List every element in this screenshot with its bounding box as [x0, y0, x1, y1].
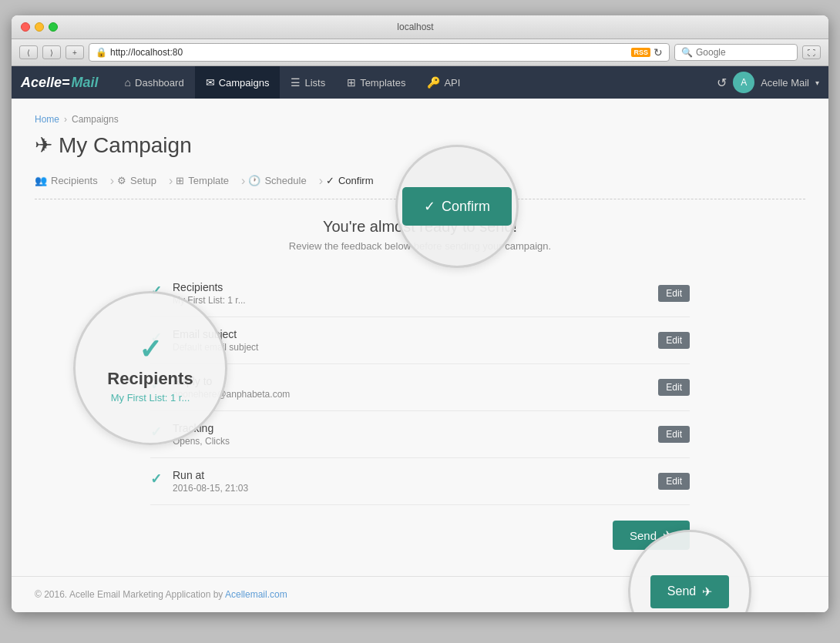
browser-titlebar: localhost — [12, 15, 828, 39]
step-setup[interactable]: ⚙ Setup — [117, 172, 166, 189]
maximize-button[interactable] — [49, 22, 58, 32]
brand-logo: Acelle=Mail — [21, 75, 99, 91]
recipients-circle-overlay: ✓ Recipients My First List: 1 r... — [73, 291, 227, 445]
close-button[interactable] — [21, 22, 30, 32]
breadcrumb-home[interactable]: Home — [35, 114, 59, 125]
step-recipients-icon: 👥 — [35, 175, 47, 186]
search-icon: 🔍 — [681, 47, 693, 58]
nav-dashboard[interactable]: ⌂ Dashboard — [114, 66, 195, 99]
nav-lists-label: Lists — [304, 77, 325, 89]
user-avatar: A — [733, 72, 754, 93]
footer-link[interactable]: Acellemail.com — [225, 589, 287, 600]
review-recipients-label: Recipients — [173, 281, 658, 293]
nav-dashboard-label: Dashboard — [135, 77, 184, 89]
minimize-button[interactable] — [35, 22, 44, 32]
rss-badge: RSS — [631, 48, 650, 57]
nav-items: ⌂ Dashboard ✉ Campaigns ☰ Lists ⊞ Templa… — [114, 66, 717, 99]
traffic-lights — [21, 22, 58, 32]
send-circle-label: Send — [667, 584, 696, 598]
user-chevron-icon: ▾ — [815, 79, 819, 87]
step-schedule[interactable]: 🕐 Schedule — [248, 172, 315, 189]
step-template-label: Template — [188, 175, 229, 186]
review-run-at-label: Run at — [173, 469, 658, 481]
nav-lists[interactable]: ☰ Lists — [280, 66, 336, 99]
step-sep-2: › — [169, 174, 173, 188]
search-bar-container: 🔍 — [674, 44, 798, 61]
nav-templates[interactable]: ⊞ Templates — [336, 66, 416, 99]
nav-api[interactable]: 🔑 API — [416, 66, 471, 99]
send-area: Send ✈ — [150, 521, 690, 550]
send-circle-button[interactable]: Send ✈ — [650, 575, 729, 608]
send-circle-icon: ✈ — [702, 584, 712, 599]
review-item-recipients: ✓ Recipients My First List: 1 r... Edit — [150, 270, 690, 317]
api-icon: 🔑 — [427, 76, 440, 89]
step-template-icon: ⊞ — [176, 175, 184, 186]
user-area[interactable]: A Acelle Mail ▾ — [733, 72, 819, 93]
add-tab-button[interactable]: + — [66, 45, 84, 59]
expand-button[interactable]: ⛶ — [802, 45, 821, 59]
recipients-circle-subtitle: My First List: 1 r... — [111, 392, 190, 404]
review-item-tracking-content: Tracking Opens, Clicks — [173, 422, 658, 447]
review-reply-to-label: Reply to — [173, 375, 658, 387]
top-nav: Acelle=Mail ⌂ Dashboard ✉ Campaigns ☰ Li… — [12, 66, 828, 99]
browser-title: localhost — [64, 22, 767, 32]
review-item-run-at: ✓ Run at 2016-08-15, 21:03 Edit — [150, 458, 690, 505]
edit-recipients-button[interactable]: Edit — [658, 285, 690, 302]
dashboard-icon: ⌂ — [125, 76, 131, 89]
step-confirm[interactable]: ✓ Confirm — [326, 172, 383, 189]
review-list: ✓ Recipients My First List: 1 r... Edit … — [150, 270, 690, 505]
edit-tracking-button[interactable]: Edit — [658, 426, 690, 443]
step-recipients-label: Recipients — [51, 175, 98, 186]
review-item-tracking: ✓ Tracking Opens, Clicks Edit — [150, 411, 690, 458]
nav-campaigns[interactable]: ✉ Campaigns — [195, 66, 281, 99]
brand-mail: Mail — [72, 75, 99, 91]
step-confirm-icon: ✓ — [326, 175, 334, 186]
review-tracking-value: Opens, Clicks — [173, 436, 658, 447]
review-item-email-subject: ✓ Email subject Default email subject Ed… — [150, 317, 690, 364]
confirm-circle-overlay: ✓ Confirm — [395, 145, 519, 268]
recipients-check-icon: ✓ — [139, 333, 162, 366]
step-sep-3: › — [241, 174, 245, 188]
browser-window: localhost ⟨ ⟩ + 🔒 RSS ↻ 🔍 ⛶ Acelle=Mail … — [12, 15, 828, 612]
review-recipients-value: My First List: 1 r... — [173, 295, 658, 306]
nav-api-label: API — [444, 77, 460, 89]
refresh-button[interactable]: ↻ — [654, 46, 663, 59]
step-setup-icon: ⚙ — [117, 175, 126, 186]
forward-button[interactable]: ⟩ — [42, 45, 61, 59]
nav-templates-label: Templates — [360, 77, 405, 89]
search-input[interactable] — [696, 47, 791, 58]
step-schedule-icon: 🕐 — [248, 175, 260, 186]
step-sep-4: › — [319, 174, 323, 188]
send-circle-overlay: Send ✈ — [628, 530, 751, 612]
url-bar[interactable] — [110, 47, 628, 58]
footer-copyright: © 2016. Acelle Email Marketing Applicati… — [35, 589, 225, 600]
confirm-circle: ✓ Confirm — [395, 145, 519, 268]
url-bar-container: 🔒 RSS ↻ — [89, 43, 670, 62]
review-reply-to-value: noonehere@anphabeta.com — [173, 389, 658, 400]
step-recipients[interactable]: 👥 Recipients — [35, 172, 107, 189]
history-button[interactable]: ↺ — [717, 75, 727, 90]
edit-reply-to-button[interactable]: Edit — [658, 379, 690, 396]
campaigns-icon: ✉ — [206, 76, 215, 89]
step-setup-label: Setup — [130, 175, 156, 186]
app-content: Acelle=Mail ⌂ Dashboard ✉ Campaigns ☰ Li… — [12, 66, 828, 612]
edit-email-subject-button[interactable]: Edit — [658, 332, 690, 349]
edit-run-at-button[interactable]: Edit — [658, 473, 690, 490]
recipients-circle: ✓ Recipients My First List: 1 r... — [73, 291, 227, 445]
breadcrumb-sep: › — [64, 114, 67, 125]
templates-icon: ⊞ — [347, 76, 356, 89]
page-title-text: My Campaign — [59, 133, 192, 158]
back-button[interactable]: ⟨ — [19, 45, 38, 59]
step-confirm-label: Confirm — [338, 175, 374, 186]
review-item-reply-to-content: Reply to noonehere@anphabeta.com — [173, 375, 658, 400]
review-item-email-subject-content: Email subject Default email subject — [173, 328, 658, 353]
step-template[interactable]: ⊞ Template — [176, 172, 238, 189]
confirm-button-label: Confirm — [442, 199, 490, 215]
brand-text: Acelle= — [21, 75, 70, 91]
main-content: Home › Campaigns ✈ My Campaign 👥 Recipie… — [12, 99, 828, 576]
confirm-button[interactable]: ✓ Confirm — [402, 187, 512, 226]
review-item-recipients-content: Recipients My First List: 1 r... — [173, 281, 658, 306]
nav-campaigns-label: Campaigns — [219, 77, 270, 89]
step-schedule-label: Schedule — [264, 175, 306, 186]
review-tracking-label: Tracking — [173, 422, 658, 434]
